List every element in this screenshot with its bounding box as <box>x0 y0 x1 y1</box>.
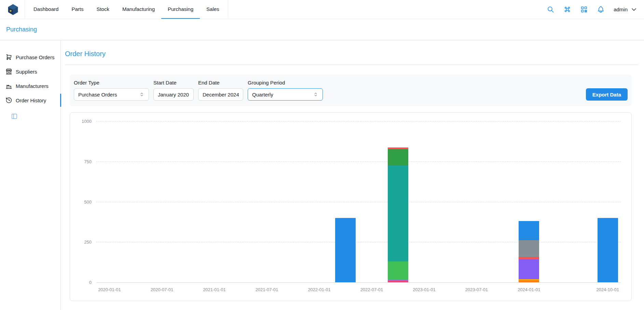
sidebar-item-label: Purchase Orders <box>16 54 54 60</box>
chart-gridline <box>96 202 621 202</box>
top-navbar: Dashboard Parts Stock Manufacturing Purc… <box>0 0 644 19</box>
main-nav-tabs: Dashboard Parts Stock Manufacturing Purc… <box>25 0 228 19</box>
tab-sales[interactable]: Sales <box>200 0 226 19</box>
page-title: Order History <box>65 50 639 58</box>
sidebar-item-label: Manufacturers <box>16 83 49 89</box>
bell-icon[interactable] <box>597 5 605 13</box>
tab-dashboard[interactable]: Dashboard <box>27 0 65 19</box>
breadcrumb-purchasing[interactable]: Purchasing <box>6 26 37 33</box>
barcode-scan-icon[interactable] <box>580 5 588 13</box>
start-date-label: Start Date <box>153 80 194 86</box>
grouping-period-label: Grouping Period <box>248 80 323 86</box>
export-data-button[interactable]: Export Data <box>586 88 628 101</box>
chart-gridline <box>96 242 621 242</box>
y-axis-tick-label: 0 <box>72 280 92 285</box>
chevron-selector-icon <box>139 92 145 97</box>
navbar-actions: admin <box>547 5 637 13</box>
sidebar-item-purchase-orders[interactable]: Purchase Orders <box>0 50 60 64</box>
chart-bar-segment <box>388 149 408 165</box>
main-panel: Order History Order Type Purchase Orders… <box>61 40 644 310</box>
tab-stock-label: Stock <box>96 6 109 12</box>
chart-bar-segment <box>388 281 408 282</box>
chart-bar-segment <box>598 218 618 282</box>
x-axis-tick-label: 2024-10-01 <box>596 287 619 292</box>
x-axis-tick-label: 2022-07-01 <box>360 287 383 292</box>
chart-bar-segment <box>388 166 408 261</box>
filter-panel: Order Type Purchase Orders Start Date En… <box>70 75 632 106</box>
sidebar: Purchase Orders Suppliers Manufacturers … <box>0 40 61 310</box>
x-axis-tick-label: 2022-01-01 <box>308 287 331 292</box>
chevron-down-icon <box>631 6 637 13</box>
order-type-select[interactable]: Purchase Orders <box>74 88 149 101</box>
order-type-value: Purchase Orders <box>78 92 117 98</box>
order-type-label: Order Type <box>74 80 149 86</box>
end-date-field: End Date <box>198 80 243 101</box>
content-area: Purchase Orders Suppliers Manufacturers … <box>0 40 644 310</box>
chart-bar-segment <box>335 218 356 282</box>
chart-bar-segment <box>519 240 539 257</box>
order-type-field: Order Type Purchase Orders <box>74 80 149 101</box>
chart-gridline <box>96 282 621 283</box>
start-date-input[interactable] <box>153 88 194 101</box>
history-icon <box>5 97 12 104</box>
tab-stock[interactable]: Stock <box>90 0 116 19</box>
chart-bar[interactable] <box>335 218 356 282</box>
y-axis-tick-label: 1000 <box>72 119 92 124</box>
shopping-cart-icon <box>5 54 12 61</box>
y-axis-tick-label: 250 <box>72 240 92 245</box>
end-date-input[interactable] <box>198 88 243 101</box>
sidebar-item-order-history[interactable]: Order History <box>0 93 60 107</box>
chart-bar-segment <box>519 257 539 259</box>
breadcrumb: Purchasing <box>0 19 644 40</box>
x-axis-tick-label: 2021-01-01 <box>203 287 226 292</box>
x-axis-tick-label: 2023-07-01 <box>465 287 488 292</box>
tab-purchasing-label: Purchasing <box>168 6 193 12</box>
chart-bar-segment <box>519 259 539 279</box>
x-axis-tick-label: 2023-01-01 <box>413 287 436 292</box>
chart-gridline <box>96 121 621 121</box>
grouping-period-select[interactable]: Quarterly <box>248 88 323 101</box>
grouping-period-value: Quarterly <box>252 92 273 98</box>
x-axis-tick-label: 2021-07-01 <box>256 287 278 292</box>
sidebar-collapse-icon[interactable] <box>11 113 18 120</box>
tab-manufacturing-label: Manufacturing <box>122 6 155 12</box>
tab-parts-label: Parts <box>71 6 83 12</box>
search-icon[interactable] <box>547 5 554 13</box>
y-axis-tick-label: 750 <box>72 159 92 164</box>
chart-bar[interactable] <box>519 221 539 282</box>
x-axis-tick-label: 2020-07-01 <box>151 287 174 292</box>
end-date-label: End Date <box>198 80 243 86</box>
sidebar-item-label: Order History <box>16 98 46 103</box>
tab-purchasing[interactable]: Purchasing <box>161 0 200 19</box>
chart-bar[interactable] <box>388 147 408 282</box>
building-factory-icon <box>5 82 12 89</box>
sidebar-item-manufacturers[interactable]: Manufacturers <box>0 79 60 93</box>
chart-plot: 025050075010002020-01-012020-07-012021-0… <box>96 121 621 282</box>
start-date-field: Start Date <box>153 80 194 101</box>
chart-gridline <box>96 162 621 162</box>
chart-bar[interactable] <box>598 218 618 282</box>
sidebar-item-label: Suppliers <box>16 69 37 75</box>
command-icon[interactable] <box>563 5 571 13</box>
chart-bar-segment <box>519 221 539 240</box>
user-name: admin <box>614 7 628 12</box>
tab-sales-label: Sales <box>206 6 219 12</box>
title-divider <box>65 65 639 65</box>
building-store-icon <box>5 68 12 75</box>
tab-parts[interactable]: Parts <box>65 0 90 19</box>
x-axis-tick-label: 2020-01-01 <box>98 287 121 292</box>
sidebar-item-suppliers[interactable]: Suppliers <box>0 64 60 79</box>
app-logo[interactable] <box>7 3 19 16</box>
tab-dashboard-label: Dashboard <box>33 6 58 12</box>
user-menu[interactable]: admin <box>614 6 637 13</box>
grouping-period-field: Grouping Period Quarterly <box>248 80 323 101</box>
x-axis-tick-label: 2024-01-01 <box>518 287 540 292</box>
tab-manufacturing[interactable]: Manufacturing <box>116 0 161 19</box>
chevron-selector-icon <box>313 92 318 97</box>
chart-bar-segment <box>519 280 539 282</box>
chart-bar-segment <box>388 261 408 280</box>
order-history-chart: 025050075010002020-01-012020-07-012021-0… <box>70 112 632 301</box>
y-axis-tick-label: 500 <box>72 199 92 204</box>
